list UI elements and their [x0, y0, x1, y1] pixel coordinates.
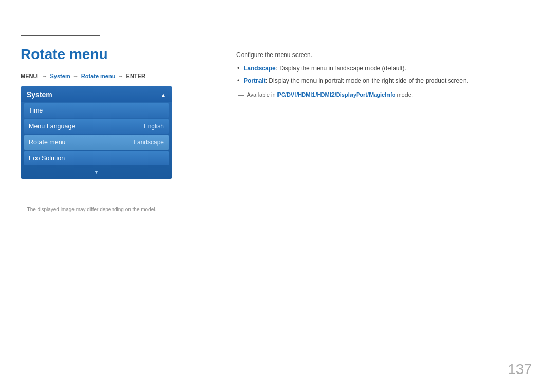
em-dash: ― [238, 91, 244, 98]
landscape-term: Landscape [244, 65, 276, 72]
system-panel: System ▲ Time Menu Language English Rota… [21, 86, 172, 179]
up-arrow-icon: ▲ [161, 92, 166, 98]
menu-item-menu-language[interactable]: Menu Language English [24, 119, 169, 134]
breadcrumb-enter: ENTER  [126, 73, 149, 79]
down-arrow-icon: ▼ [94, 169, 99, 175]
page-number: 137 [508, 361, 532, 378]
left-column: Rotate menu MENU → System → Rotate menu… [21, 41, 211, 179]
breadcrumb-sep3: → [118, 73, 125, 79]
menu-item-rotate-menu-label: Rotate menu [29, 139, 66, 146]
menu-item-eco-solution[interactable]: Eco Solution [24, 151, 169, 165]
available-suffix: mode. [395, 91, 413, 98]
footnote-line [21, 203, 116, 203]
menu-item-time-label: Time [29, 107, 43, 114]
configure-text: Configure the menu screen. [236, 51, 534, 59]
menu-item-menu-language-value: English [144, 123, 164, 130]
landscape-desc: : Display the menu in landscape mode (de… [276, 65, 406, 72]
menu-item-eco-solution-label: Eco Solution [29, 155, 65, 162]
right-column: Configure the menu screen. Landscape: Di… [236, 51, 534, 98]
breadcrumb-system: System [50, 73, 70, 79]
page-title: Rotate menu [21, 46, 211, 63]
menu-item-rotate-menu-value: Landscape [134, 139, 164, 146]
top-line [21, 35, 534, 35]
available-note: ― Available in PC/DVI/HDMI1/HDMI2/Displa… [236, 91, 534, 98]
footnote: ― The displayed image may differ dependi… [21, 207, 156, 212]
portrait-term: Portrait [244, 77, 266, 84]
available-modes: PC/DVI/HDMI1/HDMI2/DisplayPort/MagicInfo [278, 91, 396, 98]
menu-item-time[interactable]: Time [24, 103, 169, 118]
system-panel-title: System [27, 90, 52, 99]
breadcrumb-rotate: Rotate menu [81, 73, 116, 79]
menu-item-rotate-menu[interactable]: Rotate menu Landscape [24, 135, 169, 150]
portrait-desc: : Display the menu in portrait mode on t… [266, 77, 468, 84]
breadcrumb-menu: MENU [21, 73, 39, 79]
bullet-list: Landscape: Display the menu in landscape… [236, 64, 534, 85]
bullet-landscape: Landscape: Display the menu in landscape… [236, 64, 534, 73]
available-prefix: Available in [247, 91, 277, 98]
menu-item-menu-language-label: Menu Language [29, 123, 75, 130]
system-panel-header: System ▲ [21, 86, 172, 102]
breadcrumb-sep1: → [42, 73, 49, 79]
system-panel-footer: ▼ [21, 167, 172, 179]
bullet-portrait: Portrait: Display the menu in portrait m… [236, 76, 534, 85]
breadcrumb: MENU → System → Rotate menu → ENTER  [21, 73, 211, 79]
breadcrumb-sep2: → [73, 73, 80, 79]
